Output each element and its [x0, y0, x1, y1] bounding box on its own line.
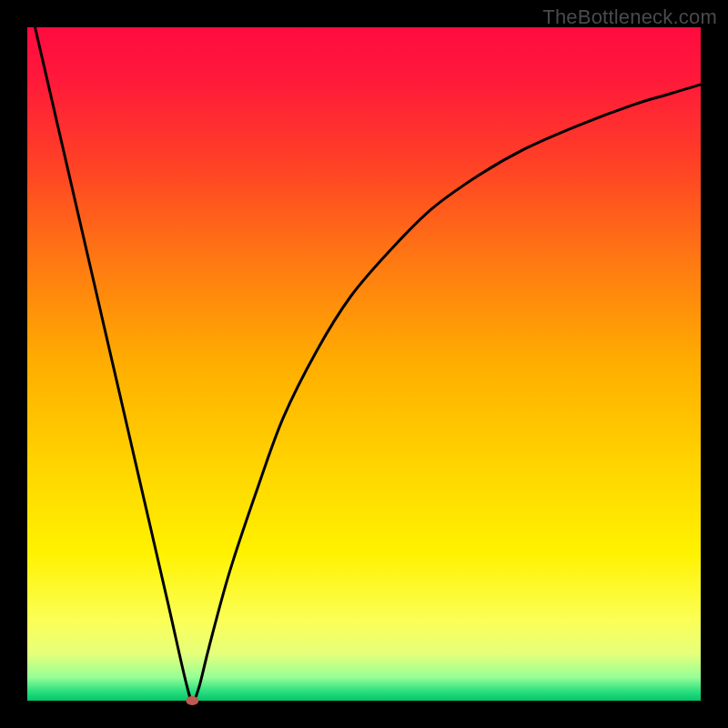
optimal-point-marker — [186, 696, 198, 705]
watermark-text: TheBottleneck.com — [542, 5, 717, 29]
chart-background-gradient — [27, 27, 701, 701]
bottleneck-chart — [0, 0, 728, 728]
chart-frame: TheBottleneck.com — [0, 0, 728, 728]
